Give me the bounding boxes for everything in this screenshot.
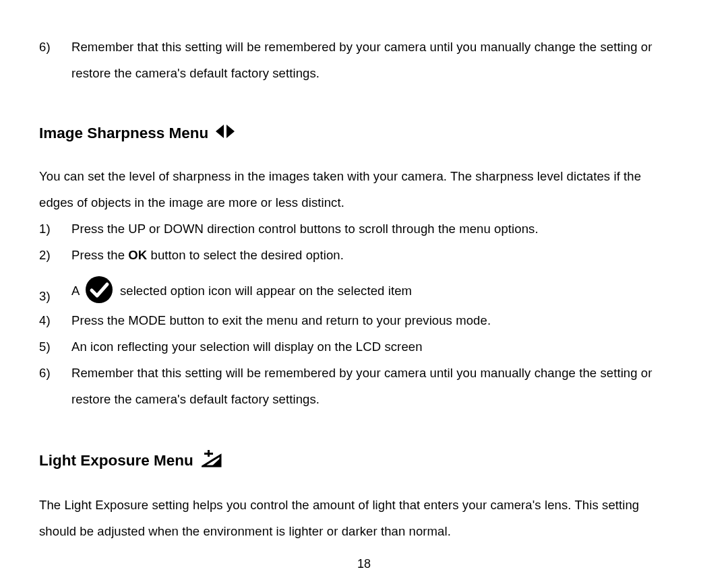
exposure-icon [202,450,222,472]
list-number: 6) [39,360,71,386]
svg-point-2 [86,276,113,303]
heading-text: Image Sharpness Menu [39,125,208,142]
list-item: 5) An icon reflecting your selection wil… [39,333,689,360]
svg-rect-4 [204,453,213,455]
list-item: 6) Remember that this setting will be re… [39,360,689,386]
checkmark-icon [84,275,114,304]
list-item: 3) A selected option icon will appear on… [39,275,689,304]
list-text: Remember that this setting will be remem… [71,34,689,60]
list-item: 2) Press the OK button to select the des… [39,242,689,268]
list-item-cont: restore the camera's default factory set… [39,386,689,412]
heading-light-exposure: Light Exposure Menu [39,450,689,472]
list-item: 4) Press the MODE button to exit the men… [39,307,689,333]
list-number: 3) [39,288,71,304]
paragraph-text: The Light Exposure setting helps you con… [39,492,689,518]
list-item: 1) Press the UP or DOWN direction contro… [39,216,689,242]
list-text: Remember that this setting will be remem… [71,360,689,386]
list-number: 6) [39,34,71,60]
heading-image-sharpness: Image Sharpness Menu [39,124,689,143]
list-item: 6) Remember that this setting will be re… [39,34,689,60]
list-text: restore the camera's default factory set… [71,60,689,86]
paragraph-text: should be adjusted when the environment … [39,518,689,544]
list-text: An icon reflecting your selection will d… [71,333,689,360]
heading-text: Light Exposure Menu [39,452,193,470]
list-text: Press the OK button to select the desire… [71,242,689,268]
page-number: 18 [0,557,728,571]
list-number: 2) [39,242,71,268]
paragraph-text: edges of objects in the image are more o… [39,189,689,216]
list-number: 1) [39,216,71,242]
svg-marker-0 [216,125,224,138]
list-number: 4) [39,307,71,333]
list-text: Press the UP or DOWN direction control b… [71,216,689,242]
sharpness-icon [215,124,235,143]
list-text: A selected option icon will appear on th… [71,275,689,304]
paragraph-text: You can set the level of sharpness in th… [39,163,689,189]
list-text: Press the MODE button to exit the menu a… [71,307,689,333]
list-item-cont: restore the camera's default factory set… [39,60,689,86]
list-number: 5) [39,333,71,360]
document-page: 6) Remember that this setting will be re… [0,0,728,582]
svg-marker-1 [226,125,235,138]
list-text: restore the camera's default factory set… [71,386,689,412]
